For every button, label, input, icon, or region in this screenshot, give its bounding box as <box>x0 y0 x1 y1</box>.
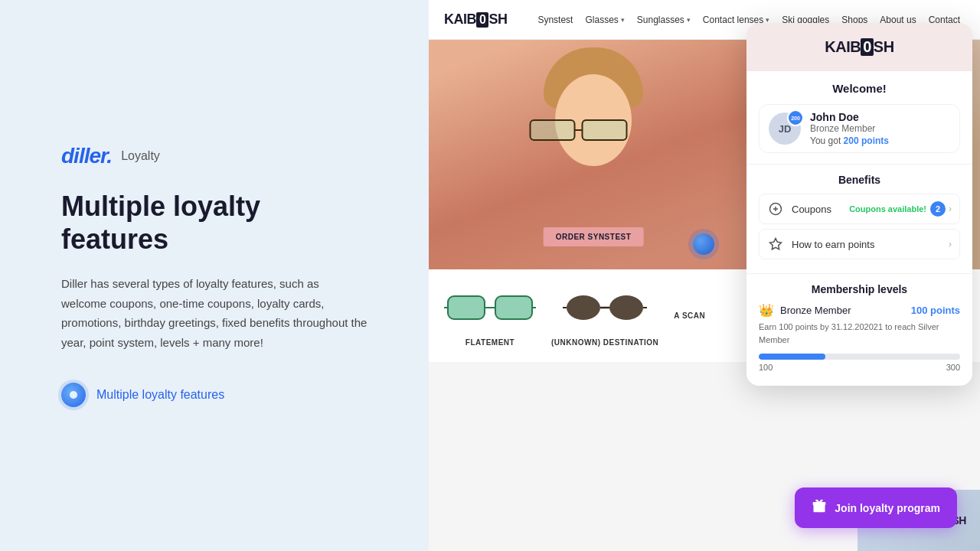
membership-section: Membership levels 👑 Bronze Member 100 po… <box>746 274 972 386</box>
nav-logo: KAIB0SH <box>444 11 507 28</box>
svg-rect-6 <box>448 296 485 319</box>
progress-bar-bg <box>759 354 960 360</box>
feature-dot-icon <box>61 383 86 407</box>
diller-logo: diller. <box>61 144 112 168</box>
svg-rect-1 <box>583 120 627 140</box>
product-card-1: FLATEMENT <box>444 285 536 347</box>
chevron-icon: ▾ <box>621 16 625 24</box>
earn-points-icon <box>767 236 784 253</box>
feature-link[interactable]: Multiple loyalty features <box>96 388 224 402</box>
points-badge: 200 <box>787 109 804 126</box>
membership-points: 100 points <box>911 305 960 316</box>
progress-bar-container: 100 300 <box>759 354 960 372</box>
loyalty-card-header: KAIB0SH <box>746 23 972 71</box>
nav-item-sunglasses[interactable]: Sunglasses ▾ <box>637 15 691 25</box>
loyalty-card-body: Welcome! JD 200 John Doe Bronze Member Y… <box>746 71 972 386</box>
nav-item-synstest[interactable]: Synstest <box>537 15 573 25</box>
diller-wordmark: diller. <box>61 144 112 168</box>
chevron-icon-3: ▾ <box>766 16 769 24</box>
user-points-value: 200 points <box>844 135 889 146</box>
user-points-label: You got <box>810 135 844 146</box>
feature-dot-inner <box>70 391 77 399</box>
right-panel: KAIB0SH Synstest Glasses ▾ Sunglasses ▾ … <box>429 0 980 551</box>
user-info-row: JD 200 John Doe Bronze Member You got 20… <box>759 104 960 153</box>
user-points: You got 200 points <box>810 135 950 146</box>
product-label-2: (UNKNOWN) DESTINATION <box>551 338 658 347</box>
earn-points-chevron-icon: › <box>949 239 952 249</box>
chevron-icon-2: ▾ <box>687 16 691 24</box>
crown-icon: 👑 <box>759 303 774 318</box>
progress-bar-fill <box>759 354 825 360</box>
nav-logo-highlight: 0 <box>476 12 488 28</box>
membership-tier: Bronze Member <box>780 305 905 316</box>
coupons-available-text: Coupons available! <box>849 204 926 214</box>
benefits-section: Benefits Coupons Coupons available! 2 › <box>746 165 972 274</box>
loyalty-card-brand: KAIB0SH <box>762 38 957 56</box>
loyalty-label: Loyalty <box>121 149 160 163</box>
svg-marker-17 <box>770 239 782 249</box>
user-tier: Bronze Member <box>810 123 950 134</box>
svg-rect-0 <box>531 120 575 140</box>
blue-dot-indicator <box>693 233 714 255</box>
diller-logo-row: diller. Loyalty <box>61 144 368 168</box>
membership-title: Membership levels <box>759 283 960 295</box>
feature-link-row[interactable]: Multiple loyalty features <box>61 383 368 407</box>
membership-header: 👑 Bronze Member 100 points <box>759 303 960 318</box>
svg-point-12 <box>609 295 643 320</box>
membership-description: Earn 100 points by 31.12.202021 to reach… <box>759 321 960 346</box>
progress-labels: 100 300 <box>759 363 960 372</box>
product-image-2 <box>559 285 651 331</box>
svg-point-11 <box>567 295 600 320</box>
loyalty-card-overlay: KAIB0SH Welcome! JD 200 John Doe Bronze … <box>746 23 972 386</box>
points-badge-value: 200 <box>791 116 800 121</box>
svg-rect-7 <box>495 296 532 319</box>
earn-points-label: How to earn points <box>792 239 946 250</box>
user-details: John Doe Bronze Member You got 200 point… <box>810 111 950 146</box>
avatar-container: JD 200 <box>769 112 801 145</box>
benefits-title: Benefits <box>759 174 960 186</box>
join-loyalty-label: Join loyalty program <box>835 502 940 514</box>
product-card-3: A SCAN <box>674 311 705 320</box>
left-panel: diller. Loyalty Multiple loyalty feature… <box>0 0 429 551</box>
product-image-1 <box>444 285 536 331</box>
coupon-label: Coupons <box>792 204 849 215</box>
main-heading: Multiple loyalty features <box>61 190 368 256</box>
coupon-icon <box>767 201 784 217</box>
coupon-count-badge: 2 <box>930 201 946 217</box>
description-text: Diller has several types of loyalty feat… <box>61 274 368 352</box>
welcome-title: Welcome! <box>759 82 960 95</box>
benefit-coupons[interactable]: Coupons Coupons available! 2 › <box>759 194 960 224</box>
product-label-1: FLATEMENT <box>466 338 514 347</box>
progress-label-min: 100 <box>759 363 773 372</box>
product-label-3: A SCAN <box>674 311 705 320</box>
welcome-section: Welcome! JD 200 John Doe Bronze Member Y… <box>746 71 972 165</box>
progress-label-max: 300 <box>946 363 960 372</box>
user-name: John Doe <box>810 111 950 123</box>
product-card-2: (UNKNOWN) DESTINATION <box>551 285 658 347</box>
benefit-earn-points[interactable]: How to earn points › <box>759 229 960 259</box>
nav-item-glasses[interactable]: Glasses ▾ <box>585 15 624 25</box>
coupon-tag: Coupons available! 2 <box>849 201 946 217</box>
join-loyalty-button[interactable]: Join loyalty program <box>795 487 957 528</box>
loyalty-brand-highlight: 0 <box>861 38 874 56</box>
coupon-chevron-icon: › <box>949 204 952 214</box>
gift-icon <box>812 498 827 517</box>
hero-order-button[interactable]: ORDER SYNSTEST <box>544 227 644 246</box>
